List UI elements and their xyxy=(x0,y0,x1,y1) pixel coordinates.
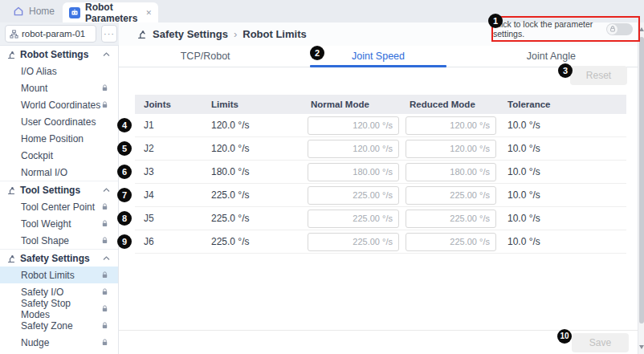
robot-parameters-window: Home ✕ Robot Parameters ✕ robot-param-01… xyxy=(0,0,644,354)
sidebar-item-tool-shape[interactable]: Tool Shape xyxy=(0,232,118,249)
normal-mode-input[interactable] xyxy=(308,186,399,205)
more-options-button[interactable]: ··· xyxy=(101,25,117,43)
sidebar-item-label: Safety Zone xyxy=(21,320,73,332)
normal-mode-input[interactable] xyxy=(308,116,399,135)
param-file-strip: robot-param-01 ··· xyxy=(0,22,119,46)
table-row: J5 225.0 °/s 10.0 °/s xyxy=(135,207,626,230)
sidebar-item-world-coordinates[interactable]: World Coordinates xyxy=(0,96,118,113)
tab-label: Joint Speed xyxy=(352,51,405,62)
sidebar-item-label: Robot Limits xyxy=(21,270,75,281)
close-icon[interactable]: ✕ xyxy=(145,9,152,17)
tolerance-value: 10.0 °/s xyxy=(502,213,626,224)
sidebar-item-label: Cockpit xyxy=(21,150,53,161)
sidebar-item-nudge[interactable]: Nudge xyxy=(0,334,118,351)
group-header-tool-settings[interactable]: Tool Settings xyxy=(0,181,118,198)
save-button[interactable]: Save xyxy=(572,333,629,352)
vertical-scrollbar[interactable] xyxy=(638,22,644,354)
tolerance-value: 10.0 °/s xyxy=(502,236,626,247)
group-label: Safety Settings xyxy=(20,253,90,264)
sidebar-item-mount[interactable]: Mount xyxy=(0,79,118,96)
tab-robot-parameters[interactable]: Robot Parameters ✕ xyxy=(63,2,158,22)
annotation-badge-10: 10 xyxy=(557,329,572,344)
settings-sidebar: Robot Settings I/O Alias Mount World Coo… xyxy=(0,46,119,354)
joint-label: J6 xyxy=(135,236,201,247)
reduced-mode-input[interactable] xyxy=(406,116,496,135)
lock-settings-toggle[interactable] xyxy=(606,23,633,35)
robot-app-icon xyxy=(69,7,80,18)
sidebar-item-home-position[interactable]: Home Position xyxy=(0,130,118,147)
sidebar-item-cockpit[interactable]: Cockpit xyxy=(0,147,118,164)
reduced-mode-input[interactable] xyxy=(406,233,496,251)
reduced-mode-input[interactable] xyxy=(406,163,496,181)
normal-mode-input[interactable] xyxy=(308,210,399,228)
tab-home-label: Home xyxy=(29,6,55,17)
sidebar-item-label: Tool Weight xyxy=(21,218,71,230)
limit-value: 225.0 °/s xyxy=(201,213,301,224)
sidebar-item-io-alias[interactable]: I/O Alias xyxy=(0,63,118,79)
normal-mode-input[interactable] xyxy=(308,140,399,158)
group-label: Robot Settings xyxy=(20,49,88,60)
annotation-badge-6: 6 xyxy=(117,165,132,179)
param-file-selector[interactable]: robot-param-01 xyxy=(5,25,96,43)
sidebar-item-tool-center-point[interactable]: Tool Center Point xyxy=(0,198,118,215)
group-header-safety-settings[interactable]: Safety Settings xyxy=(0,250,118,267)
robot-arm-icon xyxy=(6,254,16,263)
chevron-up-icon[interactable] xyxy=(103,256,110,261)
lock-icon xyxy=(101,288,108,295)
reduced-mode-input[interactable] xyxy=(406,140,496,158)
lock-icon xyxy=(101,203,108,210)
tab-robot-parameters-label: Robot Parameters xyxy=(85,2,137,24)
chevron-up-icon[interactable] xyxy=(103,52,110,57)
lock-icon xyxy=(101,305,108,312)
tolerance-value: 10.0 °/s xyxy=(502,189,626,201)
chevron-up-icon[interactable] xyxy=(103,188,110,193)
sidebar-item-label: I/O Alias xyxy=(21,66,57,77)
tab-home[interactable]: Home ✕ xyxy=(13,0,69,22)
group-safety-settings: Safety Settings Robot Limits Safety I/O … xyxy=(0,249,118,351)
tab-tcp-robot[interactable]: TCP/Robot xyxy=(119,46,291,67)
sidebar-item-safety-stop-modes[interactable]: Safety Stop Modes xyxy=(0,300,118,317)
sidebar-item-user-coordinates[interactable]: User Coordinates xyxy=(0,113,118,130)
breadcrumb-separator: › xyxy=(234,28,237,40)
toggle-knob xyxy=(607,24,618,35)
reduced-mode-input[interactable] xyxy=(406,210,496,228)
tolerance-value: 10.0 °/s xyxy=(502,166,626,177)
lock-settings-highlight: Click to lock the parameter settings. xyxy=(491,16,640,42)
group-header-robot-settings[interactable]: Robot Settings xyxy=(0,46,118,63)
tab-label: Joint Angle xyxy=(527,51,576,62)
param-file-name: robot-param-01 xyxy=(22,29,85,39)
sidebar-item-label: Tool Shape xyxy=(21,235,69,246)
column-header-limits: Limits xyxy=(201,100,301,109)
sidebar-item-tool-weight[interactable]: Tool Weight xyxy=(0,215,118,232)
normal-mode-input[interactable] xyxy=(308,163,399,181)
lock-icon xyxy=(101,271,108,279)
group-tool-settings: Tool Settings Tool Center Point Tool Wei… xyxy=(0,181,118,249)
annotation-badge-8: 8 xyxy=(117,211,132,226)
tab-joint-angle[interactable]: Joint Angle xyxy=(465,46,638,67)
lock-icon xyxy=(101,237,108,244)
scrollbar-thumb[interactable] xyxy=(639,37,644,323)
reduced-mode-input[interactable] xyxy=(406,186,496,205)
limit-value: 120.0 °/s xyxy=(201,120,301,131)
lock-icon xyxy=(101,84,108,92)
limit-value: 180.0 °/s xyxy=(201,166,301,177)
joint-label: J1 xyxy=(135,120,201,131)
sidebar-item-normal-io[interactable]: Normal I/O xyxy=(0,164,118,181)
limit-value: 120.0 °/s xyxy=(201,143,301,154)
lock-icon xyxy=(101,101,108,108)
annotation-badge-2: 2 xyxy=(310,46,324,60)
limits-tab-bar: TCP/Robot Joint Speed Joint Angle xyxy=(119,46,638,67)
sidebar-item-robot-limits[interactable]: Robot Limits xyxy=(0,267,118,283)
scroll-down-icon[interactable] xyxy=(639,345,644,349)
robot-limits-panel: TCP/Robot Joint Speed Joint Angle Reset … xyxy=(119,46,638,354)
unlock-icon xyxy=(609,26,616,32)
column-header-tolerance: Tolerance xyxy=(502,100,626,109)
reset-button[interactable]: Reset xyxy=(570,66,627,85)
sidebar-item-label: Home Position xyxy=(21,133,84,144)
normal-mode-input[interactable] xyxy=(308,233,399,251)
table-row: J4 225.0 °/s 10.0 °/s xyxy=(135,184,626,207)
sidebar-item-label: Mount xyxy=(21,83,47,94)
breadcrumb-section[interactable]: Safety Settings xyxy=(153,28,228,40)
param-file-icon xyxy=(10,30,18,39)
annotation-badge-5: 5 xyxy=(117,141,132,156)
